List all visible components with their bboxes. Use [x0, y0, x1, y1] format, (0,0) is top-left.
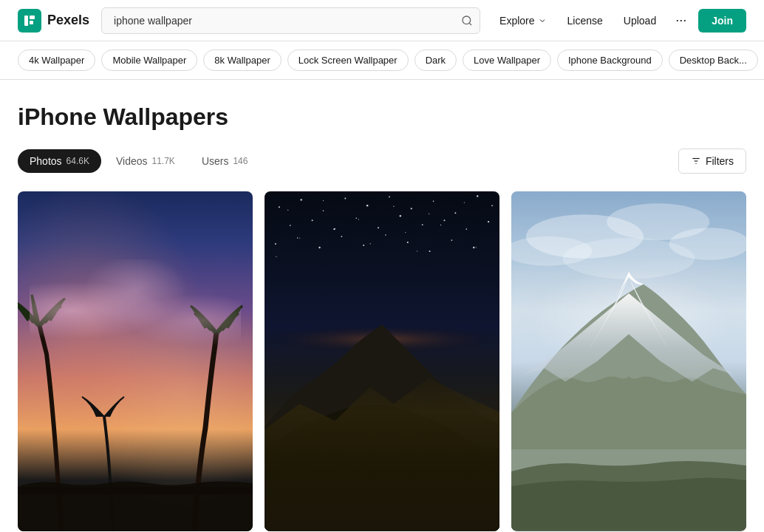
photo-actions-3: Free Download — [663, 503, 737, 522]
svg-line-4 — [469, 23, 471, 25]
tab-photos[interactable]: Photos 64.6K — [18, 149, 101, 173]
logo-text: Pexels — [47, 13, 89, 28]
tag-lock-screen[interactable]: Lock Screen Wallpaper — [287, 50, 409, 71]
upload-button[interactable]: Upload — [616, 10, 664, 31]
tag-8k[interactable]: 8k Wallpaper — [203, 50, 281, 71]
photo-download-btn-3[interactable]: Free Download — [663, 503, 737, 522]
tags-bar: 4k Wallpaper Mobile Wallpaper 8k Wallpap… — [0, 41, 764, 80]
main-content: iPhone Wallpapers Photos 64.6K Videos 11… — [0, 80, 764, 532]
search-input[interactable] — [101, 7, 480, 34]
photo-card-2[interactable]: Free Download — [265, 191, 499, 531]
svg-rect-1 — [30, 16, 35, 19]
svg-point-3 — [463, 16, 471, 24]
join-button[interactable]: Join — [698, 9, 746, 33]
tag-dark[interactable]: Dark — [415, 50, 457, 71]
svg-rect-2 — [30, 21, 33, 24]
tag-mobile[interactable]: Mobile Wallpaper — [101, 50, 197, 71]
tag-iphone-bg[interactable]: Iphone Background — [557, 50, 663, 71]
photo-actions-1: Free Download — [169, 503, 244, 522]
tag-4k[interactable]: 4k Wallpaper — [18, 50, 95, 71]
filters-button[interactable]: Filters — [678, 149, 746, 174]
filters-icon — [691, 156, 701, 166]
nav-actions: Explore License Upload ··· Join — [492, 9, 746, 33]
photo-download-btn-1[interactable]: Free Download — [169, 503, 244, 522]
tabs-left: Photos 64.6K Videos 11.7K Users 146 — [18, 149, 259, 173]
logo-area[interactable]: Pexels — [18, 9, 89, 33]
photo-grid: Free Download — [18, 191, 746, 531]
photo-card-3[interactable]: Free Download — [511, 191, 746, 531]
svg-rect-0 — [24, 16, 28, 26]
pexels-logo-icon — [18, 9, 41, 33]
search-button[interactable] — [461, 15, 473, 27]
tabs-row: Photos 64.6K Videos 11.7K Users 146 Filt… — [18, 149, 746, 174]
tag-desktop[interactable]: Desktop Back... — [669, 50, 758, 71]
explore-button[interactable]: Explore — [492, 10, 553, 31]
license-button[interactable]: License — [560, 10, 610, 31]
page-title: iPhone Wallpapers — [18, 103, 746, 131]
photo-card-1[interactable]: Free Download — [18, 191, 253, 531]
photo-actions-2: Free Download — [416, 503, 491, 522]
header: Pexels Explore License Upload ··· Join — [0, 0, 764, 41]
photo-download-btn-2[interactable]: Free Download — [416, 503, 491, 522]
chevron-down-icon — [538, 16, 547, 25]
search-bar — [101, 7, 480, 34]
tag-love[interactable]: Love Wallpaper — [463, 50, 551, 71]
search-icon — [461, 15, 473, 27]
tab-videos[interactable]: Videos 11.7K — [104, 149, 187, 173]
tab-users[interactable]: Users 146 — [190, 149, 260, 173]
more-button[interactable]: ··· — [669, 10, 692, 31]
